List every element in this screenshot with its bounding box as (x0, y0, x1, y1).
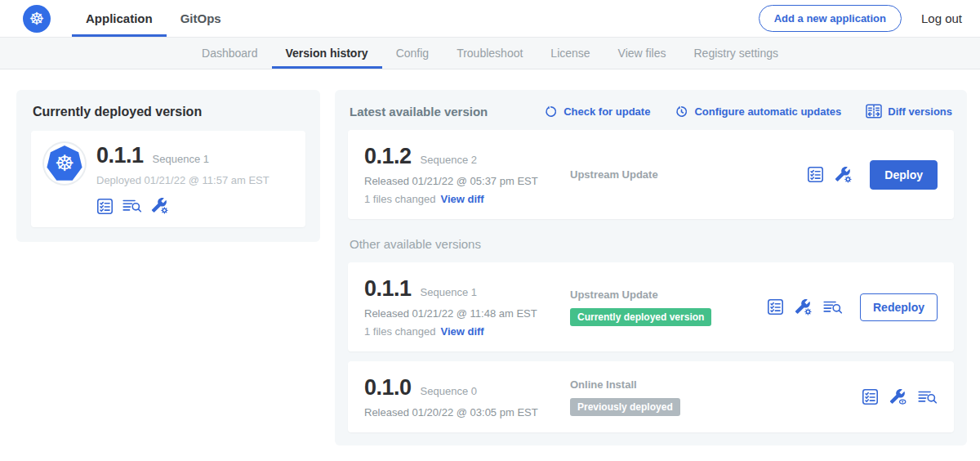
version-actions: Redeploy (767, 293, 938, 321)
topbar-right: Add a new application Log out (759, 0, 980, 37)
version-source: Upstream Update Currently deployed versi… (570, 289, 767, 326)
check-for-update-link[interactable]: Check for update (544, 105, 650, 119)
deploy-logs-icon[interactable] (122, 198, 142, 214)
deploy-button[interactable]: Deploy (870, 160, 938, 190)
version-info: 0.1.2 Sequence 2 Released 01/21/22 @ 05:… (364, 144, 570, 205)
files-changed: 1 files changedView diff (364, 325, 570, 338)
deployed-sequence: Sequence 1 (153, 153, 209, 165)
configure-automatic-updates-link[interactable]: Configure automatic updates (675, 105, 841, 119)
files-changed-label: 1 files changed (364, 193, 435, 205)
version-actions: Deploy (807, 160, 938, 190)
version-info: 0.1.0 Sequence 0 Released 01/20/22 @ 03:… (364, 375, 570, 418)
release-notes-icon[interactable] (807, 166, 824, 183)
other-versions-title: Other available versions (350, 237, 952, 251)
latest-version-title: Latest available version (350, 105, 488, 119)
tab-view-files[interactable]: View files (604, 38, 680, 69)
edit-config-icon[interactable] (151, 197, 169, 215)
version-sequence: Sequence 2 (421, 154, 477, 166)
released-timestamp: Released 01/20/22 @ 03:05 pm EST (364, 406, 570, 418)
edit-config-icon[interactable] (835, 166, 853, 184)
version-info: 0.1.1 Sequence 1 Released 01/21/22 @ 11:… (364, 276, 570, 338)
tab-application[interactable]: Application (72, 0, 167, 37)
version-number: 0.1.0 (364, 375, 412, 401)
view-diff-link[interactable]: View diff (440, 193, 483, 205)
previously-deployed-badge: Previously deployed (570, 398, 680, 416)
version-row-0-1-0: 0.1.0 Sequence 0 Released 01/20/22 @ 03:… (348, 361, 954, 432)
app-subnav: Dashboard Version history Config Trouble… (0, 38, 980, 69)
configure-automatic-updates-label: Configure automatic updates (694, 105, 841, 118)
version-sequence: Sequence 0 (421, 385, 477, 397)
topbar-spacer (235, 0, 759, 37)
schedule-update-icon (675, 105, 688, 119)
release-notes-icon[interactable] (767, 298, 784, 316)
app-tabs: Application GitOps (72, 0, 235, 37)
redeploy-button[interactable]: Redeploy (860, 293, 938, 321)
released-timestamp: Released 01/21/22 @ 05:37 pm EST (364, 175, 570, 187)
check-for-update-label: Check for update (564, 105, 650, 118)
kubernetes-app-icon: ☸ (47, 145, 82, 181)
view-diff-link[interactable]: View diff (440, 325, 483, 338)
tab-dashboard[interactable]: Dashboard (188, 38, 272, 69)
deployed-version-card: ☸ 0.1.1 Sequence 1 Deployed 01/21/22 @ 1… (31, 131, 305, 227)
currently-deployed-badge: Currently deployed version (570, 308, 711, 326)
kots-admin-console: ☸ Application GitOps Add a new applicati… (0, 0, 980, 461)
top-bar: ☸ Application GitOps Add a new applicati… (0, 0, 980, 38)
edit-config-icon[interactable] (795, 298, 813, 316)
latest-version-header: Latest available version Check for updat… (350, 104, 952, 119)
version-source: Online Install Previously deployed (570, 378, 862, 416)
tab-config[interactable]: Config (382, 38, 443, 69)
deploy-logs-icon[interactable] (918, 389, 938, 405)
currently-deployed-panel: Currently deployed version ☸ 0.1.1 Seque… (16, 90, 320, 242)
main-content: Currently deployed version ☸ 0.1.1 Seque… (0, 69, 980, 445)
refresh-icon (544, 105, 558, 119)
currently-deployed-title: Currently deployed version (33, 105, 305, 119)
release-notes-icon[interactable] (96, 198, 114, 215)
diff-versions-label: Diff versions (888, 105, 952, 118)
tab-version-history[interactable]: Version history (272, 38, 382, 69)
source-label: Upstream Update (570, 289, 767, 301)
version-header-links: Check for update Configure automatic upd… (519, 104, 952, 119)
version-row-0-1-2: 0.1.2 Sequence 2 Released 01/21/22 @ 05:… (348, 130, 954, 219)
tab-gitops[interactable]: GitOps (167, 0, 235, 37)
diff-icon (866, 104, 882, 119)
version-source: Upstream Update (570, 168, 807, 181)
deployed-version-number: 0.1.1 (96, 143, 144, 168)
files-changed: 1 files changedView diff (364, 193, 570, 205)
released-timestamp: Released 01/21/22 @ 11:48 am EST (364, 307, 570, 320)
tab-registry-settings[interactable]: Registry settings (680, 38, 792, 69)
add-new-application-button[interactable]: Add a new application (759, 5, 902, 32)
kubernetes-logo-icon: ☸ (23, 5, 51, 33)
version-row-0-1-1: 0.1.1 Sequence 1 Released 01/21/22 @ 11:… (348, 262, 954, 351)
files-changed-label: 1 files changed (364, 325, 435, 338)
version-number: 0.1.1 (364, 276, 412, 302)
version-sequence: Sequence 1 (421, 286, 477, 298)
app-logo-ring: ☸ (44, 143, 85, 184)
deploy-logs-icon[interactable] (823, 299, 843, 316)
deployed-actions (96, 197, 270, 215)
tab-license[interactable]: License (537, 38, 604, 69)
release-notes-icon[interactable] (862, 388, 879, 405)
source-label: Online Install (570, 378, 862, 391)
diff-versions-link[interactable]: Diff versions (866, 104, 952, 119)
version-number: 0.1.2 (364, 144, 412, 169)
available-versions-panel: Latest available version Check for updat… (335, 90, 967, 445)
tab-troubleshoot[interactable]: Troubleshoot (443, 38, 537, 69)
deployed-version-info: 0.1.1 Sequence 1 Deployed 01/21/22 @ 11:… (96, 143, 270, 215)
logout-button[interactable]: Log out (921, 11, 962, 25)
deployed-timestamp: Deployed 01/21/22 @ 11:57 am EST (96, 174, 270, 186)
view-config-icon[interactable] (889, 388, 907, 406)
version-actions (862, 388, 938, 406)
source-label: Upstream Update (570, 168, 807, 181)
